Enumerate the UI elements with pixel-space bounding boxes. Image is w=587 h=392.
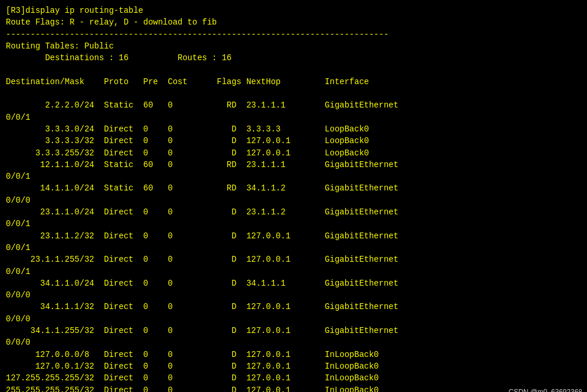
line-11: 3.3.3.0/24 Direct 0 0 D 3.3.3.3 LoopBack… — [6, 124, 369, 134]
line-1: [R3]display ip routing-table — [6, 6, 143, 15]
line-19: 0/0/1 — [6, 219, 30, 228]
line-26: 34.1.1.1/32 Direct 0 0 D 127.0.0.1 Gigab… — [6, 302, 398, 311]
line-7: Destination/Mask Proto Pre Cost Flags Ne… — [6, 77, 369, 86]
line-22: 23.1.1.255/32 Direct 0 0 D 127.0.0.1 Gig… — [6, 255, 398, 264]
line-24: 34.1.1.0/24 Direct 0 0 D 34.1.1.1 Gigabi… — [6, 279, 398, 288]
terminal-output: [R3]display ip routing-table Route Flags… — [6, 5, 581, 392]
line-13: 3.3.3.255/32 Direct 0 0 D 127.0.0.1 Loop… — [6, 148, 369, 158]
line-27: 0/0/0 — [6, 314, 30, 324]
line-18: 23.1.1.0/24 Direct 0 0 D 23.1.1.2 Gigabi… — [6, 207, 398, 217]
line-16: 14.1.1.0/24 Static 60 0 RD 34.1.1.2 Giga… — [6, 183, 398, 193]
line-33: 255.255.255.255/32 Direct 0 0 D 127.0.0.… — [6, 386, 379, 393]
line-4: Routing Tables: Public — [6, 41, 114, 51]
line-20: 23.1.1.2/32 Direct 0 0 D 127.0.0.1 Gigab… — [6, 231, 398, 241]
line-14: 12.1.1.0/24 Static 60 0 RD 23.1.1.1 Giga… — [6, 160, 398, 169]
line-23: 0/0/1 — [6, 267, 30, 276]
watermark-label: CSDN @m0_63692368 — [509, 388, 582, 392]
line-31: 127.0.0.1/32 Direct 0 0 D 127.0.0.1 InLo… — [6, 362, 379, 371]
line-17: 0/0/0 — [6, 196, 30, 205]
line-3: ----------------------------------------… — [6, 30, 388, 39]
line-15: 0/0/1 — [6, 172, 30, 181]
line-21: 0/0/1 — [6, 243, 30, 252]
line-25: 0/0/0 — [6, 290, 30, 300]
line-12: 3.3.3.3/32 Direct 0 0 D 127.0.0.1 LoopBa… — [6, 136, 369, 145]
line-10: 0/0/1 — [6, 113, 30, 122]
line-2: Route Flags: R - relay, D - download to … — [6, 18, 217, 27]
line-30: 127.0.0.0/8 Direct 0 0 D 127.0.0.1 InLoo… — [6, 350, 379, 359]
line-32: 127.255.255.255/32 Direct 0 0 D 127.0.0.… — [6, 373, 379, 383]
line-5: Destinations : 16 Routes : 16 — [6, 53, 231, 63]
line-29: 0/0/0 — [6, 338, 30, 347]
terminal-window: [R3]display ip routing-table Route Flags… — [0, 0, 587, 392]
line-9: 2.2.2.0/24 Static 60 0 RD 23.1.1.1 Gigab… — [6, 100, 398, 110]
line-28: 34.1.1.255/32 Direct 0 0 D 127.0.0.1 Gig… — [6, 326, 398, 335]
